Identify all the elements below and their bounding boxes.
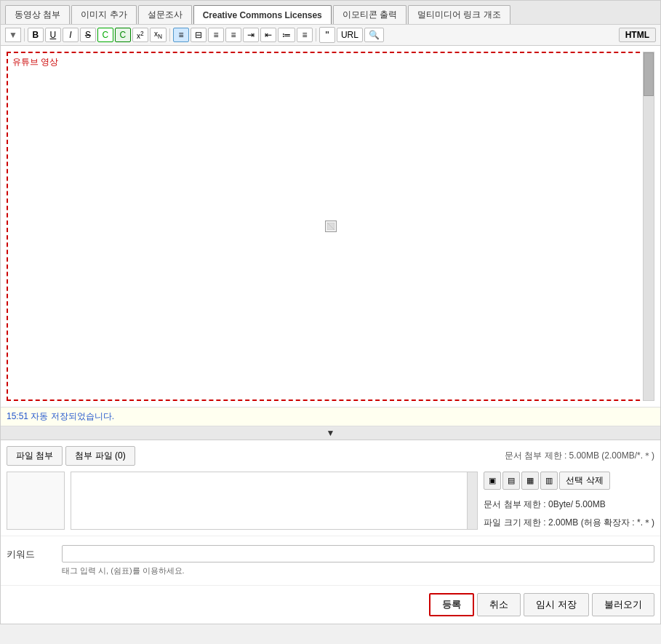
tab-survey[interactable]: 설문조사 bbox=[138, 5, 192, 24]
separator-2 bbox=[169, 28, 170, 41]
indent-btn[interactable]: ⇥ bbox=[243, 28, 259, 42]
separator-1 bbox=[24, 28, 25, 41]
submit-btn[interactable]: 등록 bbox=[429, 593, 474, 616]
list-ul-btn[interactable]: ≡ bbox=[297, 28, 313, 42]
file-attach-btn[interactable]: 파일 첨부 bbox=[7, 446, 63, 466]
attach-buttons: 파일 첨부 첨부 파일 (0) 문서 첨부 제한 : 5.00MB (2.00M… bbox=[7, 446, 654, 466]
separator-3 bbox=[316, 28, 316, 41]
html-btn[interactable]: HTML bbox=[619, 28, 656, 42]
tab-bar: 동영상 첨부 이미지 추가 설문조사 Creative Commons Lice… bbox=[1, 1, 660, 25]
color1-btn[interactable]: C bbox=[97, 28, 113, 42]
collapse-icon: ▼ bbox=[327, 428, 335, 438]
attach-section: 파일 첨부 첨부 파일 (0) 문서 첨부 제한 : 5.00MB (2.00M… bbox=[1, 440, 660, 536]
tab-multimedia[interactable]: 멀티미디어 링크 개조 bbox=[408, 5, 510, 24]
autosave-bar: 15:51 자동 저장되었습니다. bbox=[1, 407, 660, 426]
keyword-input[interactable] bbox=[62, 545, 654, 562]
align-justify-btn[interactable]: ≡ bbox=[225, 28, 241, 42]
select-delete-btn[interactable]: 선택 삭제 bbox=[559, 472, 609, 490]
tab-video[interactable]: 동영상 첨부 bbox=[5, 5, 70, 24]
align-center-btn[interactable]: ⊟ bbox=[191, 28, 207, 42]
italic-btn[interactable]: I bbox=[63, 28, 79, 42]
attach-icon-btn-2[interactable]: ▤ bbox=[502, 472, 520, 490]
editor-container: 동영상 첨부 이미지 추가 설문조사 Creative Commons Lice… bbox=[0, 0, 661, 624]
bold-btn[interactable]: B bbox=[28, 28, 44, 42]
color2-btn[interactable]: C bbox=[115, 28, 131, 42]
attach-icon-btn-4[interactable]: ▥ bbox=[540, 472, 558, 490]
temp-save-btn[interactable]: 임시 저장 bbox=[524, 593, 589, 616]
search-btn[interactable]: 🔍 bbox=[364, 28, 384, 42]
attach-list-area bbox=[71, 472, 478, 530]
blockquote-btn[interactable]: " bbox=[319, 27, 335, 43]
attach-limit-text: 문서 첨부 제한 : 5.00MB (2.00MB/*.＊) bbox=[505, 450, 654, 462]
tab-emoticon[interactable]: 이모티콘 출력 bbox=[333, 5, 406, 24]
tab-image[interactable]: 이미지 추가 bbox=[71, 5, 136, 24]
attached-files-btn[interactable]: 첨부 파일 (0) bbox=[65, 446, 135, 466]
superscript-btn[interactable]: x2 bbox=[132, 28, 148, 42]
attach-icon-btn-1[interactable]: ▣ bbox=[484, 472, 501, 490]
editor-placeholder: 유튜브 영상 bbox=[12, 56, 58, 68]
dropdown-btn[interactable]: ▼ bbox=[5, 28, 21, 42]
attach-tools: ▣ ▤ ▦ ▥ 선택 삭제 문서 첨부 제한 : 0Byte/ 5.00MB 파… bbox=[484, 472, 654, 530]
outdent-btn[interactable]: ⇤ bbox=[260, 28, 276, 42]
underline-btn[interactable]: U bbox=[45, 28, 61, 42]
keyword-hint: 태그 입력 시, (쉼표)를 이용하세요. bbox=[62, 565, 654, 576]
editor-scrollbar[interactable] bbox=[643, 52, 654, 401]
editor-content[interactable]: 유튜브 영상 bbox=[7, 52, 654, 401]
tab-cc-licenses[interactable]: Creative Commons Licenses bbox=[193, 5, 332, 24]
keyword-section: 키워드 태그 입력 시, (쉼표)를 이용하세요. bbox=[1, 536, 660, 585]
attach-icon-btns: ▣ ▤ ▦ ▥ 선택 삭제 bbox=[484, 472, 654, 490]
format-toolbar: ▼ B U I S C C x2 xN ≡ ⊟ ≡ ≡ ⇥ ⇤ ≔ ≡ " UR… bbox=[1, 25, 660, 46]
strikethrough-btn[interactable]: S bbox=[80, 28, 96, 42]
list-ol-btn[interactable]: ≔ bbox=[278, 28, 295, 42]
align-right-btn[interactable]: ≡ bbox=[208, 28, 224, 42]
attach-list-scrollbar[interactable] bbox=[467, 472, 477, 529]
align-left-btn[interactable]: ≡ bbox=[173, 28, 189, 42]
action-bar: 등록 취소 임시 저장 불러오기 bbox=[1, 585, 660, 624]
attach-icon-btn-3[interactable]: ▦ bbox=[521, 472, 539, 490]
attach-file-ext-info: 파일 크기 제한 : 2.00MB (허용 확장자 : *.＊) bbox=[484, 517, 654, 529]
editor-area: 유튜브 영상 bbox=[1, 46, 660, 407]
url-btn[interactable]: URL bbox=[337, 28, 363, 42]
load-btn[interactable]: 불러오기 bbox=[592, 593, 654, 616]
subscript-btn[interactable]: xN bbox=[150, 28, 167, 42]
attach-file-size-info: 문서 첨부 제한 : 0Byte/ 5.00MB bbox=[484, 498, 654, 511]
attach-content: ▣ ▤ ▦ ▥ 선택 삭제 문서 첨부 제한 : 0Byte/ 5.00MB 파… bbox=[7, 472, 654, 530]
cancel-btn[interactable]: 취소 bbox=[477, 593, 521, 616]
attach-preview bbox=[7, 472, 65, 530]
collapse-bar[interactable]: ▼ bbox=[1, 426, 660, 440]
broken-image bbox=[325, 220, 337, 232]
autosave-message: 15:51 자동 저장되었습니다. bbox=[7, 411, 114, 421]
scrollbar-thumb[interactable] bbox=[644, 52, 654, 96]
keyword-input-wrap: 태그 입력 시, (쉼표)를 이용하세요. bbox=[62, 545, 654, 576]
keyword-label: 키워드 bbox=[7, 545, 50, 561]
